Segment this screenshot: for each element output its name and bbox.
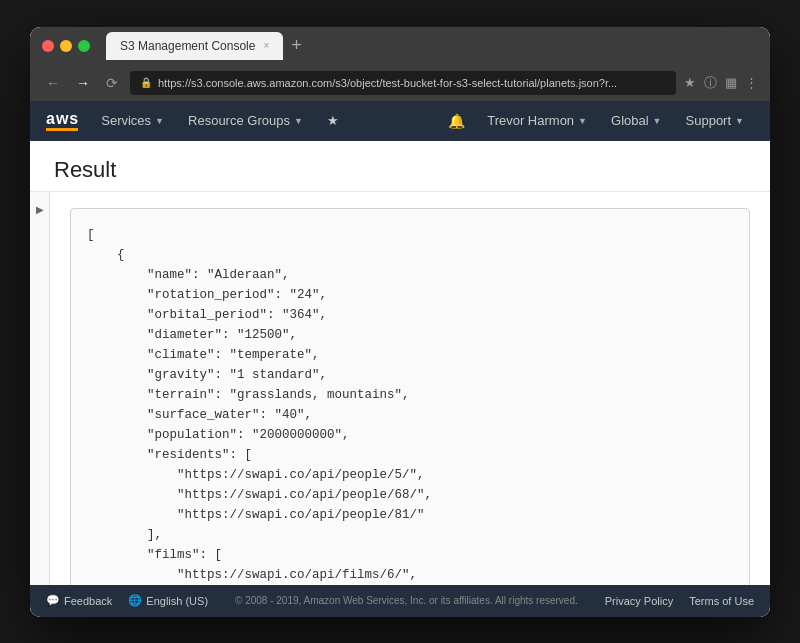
json-line: "orbital_period": "364", — [87, 305, 733, 325]
aws-logo[interactable]: aws — [46, 111, 79, 131]
page-title: Result — [54, 157, 746, 183]
minimize-button[interactable] — [60, 40, 72, 52]
json-line: "https://swapi.co/api/films/6/", — [87, 565, 733, 585]
json-line: "population": "2000000000", — [87, 425, 733, 445]
json-line: "diameter": "12500", — [87, 325, 733, 345]
notifications-icon[interactable]: 🔔 — [440, 113, 473, 129]
title-bar: S3 Management Console × + — [30, 27, 770, 65]
bookmark-icon[interactable]: ★ — [684, 75, 696, 90]
json-line: "residents": [ — [87, 445, 733, 465]
services-chevron: ▼ — [155, 116, 164, 126]
json-line: "https://swapi.co/api/people/81/" — [87, 505, 733, 525]
footer-copyright: © 2008 - 2019, Amazon Web Services, Inc.… — [224, 595, 589, 606]
services-nav-item[interactable]: Services ▼ — [91, 101, 174, 141]
page-header: Result — [30, 141, 770, 192]
bookmark-nav-icon: ★ — [327, 113, 339, 128]
json-line: ], — [87, 525, 733, 545]
username-nav-item[interactable]: Trevor Harmon ▼ — [477, 101, 597, 141]
language-label: English (US) — [146, 595, 208, 607]
active-tab[interactable]: S3 Management Console × — [106, 32, 283, 60]
feedback-icon: 💬 — [46, 594, 60, 607]
address-actions: ★ ⓘ ▦ ⋮ — [684, 74, 758, 92]
region-chevron: ▼ — [653, 116, 662, 126]
content-area: ▶ [ { "name": "Alderaan", "rotation_peri… — [30, 192, 770, 585]
traffic-lights — [42, 40, 90, 52]
aws-logo-text: aws — [46, 111, 79, 127]
side-panel: ▶ — [30, 192, 50, 585]
resource-groups-chevron: ▼ — [294, 116, 303, 126]
tab-title: S3 Management Console — [120, 39, 255, 53]
url-bar[interactable]: 🔒 https://s3.console.aws.amazon.com/s3/o… — [130, 71, 676, 95]
terms-label: Terms of Use — [689, 595, 754, 607]
globe-icon: 🌐 — [128, 594, 142, 607]
support-label: Support — [686, 113, 732, 128]
close-button[interactable] — [42, 40, 54, 52]
feedback-label: Feedback — [64, 595, 112, 607]
username-chevron: ▼ — [578, 116, 587, 126]
collapse-button[interactable]: ▶ — [34, 204, 45, 215]
result-panel[interactable]: [ { "name": "Alderaan", "rotation_period… — [50, 192, 770, 585]
region-label: Global — [611, 113, 649, 128]
forward-button[interactable]: → — [72, 73, 94, 93]
url-text: https://s3.console.aws.amazon.com/s3/obj… — [158, 77, 617, 89]
terms-link[interactable]: Terms of Use — [689, 595, 754, 607]
json-line: "gravity": "1 standard", — [87, 365, 733, 385]
json-line: "name": "Alderaan", — [87, 265, 733, 285]
browser-window: S3 Management Console × + ← → ⟳ 🔒 https:… — [30, 27, 770, 617]
lock-icon: 🔒 — [140, 77, 152, 88]
region-nav-item[interactable]: Global ▼ — [601, 101, 672, 141]
json-line: { — [87, 245, 733, 265]
cast-icon[interactable]: ▦ — [725, 75, 737, 90]
tab-close-icon[interactable]: × — [263, 40, 269, 51]
address-bar: ← → ⟳ 🔒 https://s3.console.aws.amazon.co… — [30, 65, 770, 101]
nav-right: 🔔 Trevor Harmon ▼ Global ▼ Support ▼ — [440, 101, 754, 141]
privacy-label: Privacy Policy — [605, 595, 673, 607]
json-line: "https://swapi.co/api/people/5/", — [87, 465, 733, 485]
json-line: "terrain": "grasslands, mountains", — [87, 385, 733, 405]
resource-groups-nav-item[interactable]: Resource Groups ▼ — [178, 101, 313, 141]
json-line: "climate": "temperate", — [87, 345, 733, 365]
tab-area: S3 Management Console × + — [106, 32, 302, 60]
back-button[interactable]: ← — [42, 73, 64, 93]
menu-icon[interactable]: ⋮ — [745, 75, 758, 90]
json-line: [ — [87, 225, 733, 245]
info-icon[interactable]: ⓘ — [704, 74, 717, 92]
result-box: [ { "name": "Alderaan", "rotation_period… — [70, 208, 750, 585]
privacy-link[interactable]: Privacy Policy — [605, 595, 673, 607]
json-line: "rotation_period": "24", — [87, 285, 733, 305]
main-content: Result ▶ [ { "name": "Alderaan", "rotati… — [30, 141, 770, 585]
json-line: "films": [ — [87, 545, 733, 565]
json-line: "https://swapi.co/api/people/68/", — [87, 485, 733, 505]
maximize-button[interactable] — [78, 40, 90, 52]
resource-groups-label: Resource Groups — [188, 113, 290, 128]
footer: 💬 Feedback 🌐 English (US) © 2008 - 2019,… — [30, 585, 770, 617]
language-selector[interactable]: 🌐 English (US) — [128, 594, 208, 607]
aws-logo-underline — [46, 128, 78, 131]
aws-navbar: aws Services ▼ Resource Groups ▼ ★ 🔔 Tre… — [30, 101, 770, 141]
json-line: "surface_water": "40", — [87, 405, 733, 425]
support-nav-item[interactable]: Support ▼ — [676, 101, 754, 141]
feedback-link[interactable]: 💬 Feedback — [46, 594, 112, 607]
refresh-button[interactable]: ⟳ — [102, 73, 122, 93]
bookmark-nav-item[interactable]: ★ — [317, 101, 349, 141]
services-label: Services — [101, 113, 151, 128]
username-label: Trevor Harmon — [487, 113, 574, 128]
new-tab-button[interactable]: + — [291, 35, 302, 56]
support-chevron: ▼ — [735, 116, 744, 126]
